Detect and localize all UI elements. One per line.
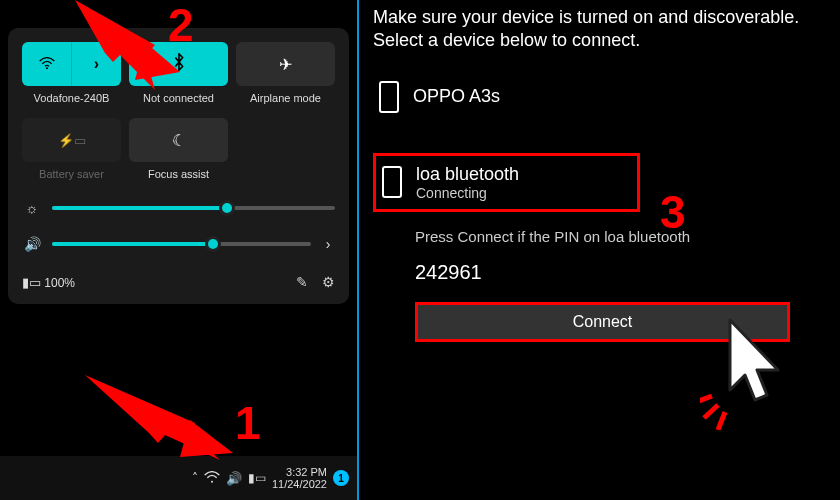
- tray-volume-icon[interactable]: 🔊: [226, 471, 242, 486]
- phone-icon: [379, 81, 399, 113]
- airplane-icon: ✈: [279, 55, 292, 74]
- tray-battery-icon[interactable]: ▮▭: [248, 471, 266, 485]
- notification-badge[interactable]: 1: [333, 470, 349, 486]
- pin-prompt: Press Connect if the PIN on loa bluetoot…: [415, 228, 830, 245]
- cursor-pointer: [700, 310, 790, 430]
- moon-icon: ☾: [172, 131, 186, 150]
- tray-clock[interactable]: 3:32 PM 11/24/2022: [272, 466, 327, 490]
- device-item-loa-bluetooth[interactable]: loa bluetooth Connecting: [373, 153, 640, 212]
- edit-icon[interactable]: ✎: [296, 274, 308, 290]
- pin-code: 242961: [415, 261, 830, 284]
- airplane-label: Airplane mode: [236, 92, 335, 104]
- chevron-right-icon[interactable]: ›: [321, 236, 335, 252]
- brightness-slider[interactable]: ☼: [22, 200, 335, 216]
- battery-saver-label: Battery saver: [22, 168, 121, 180]
- settings-icon[interactable]: ⚙: [322, 274, 335, 290]
- phone-icon: [382, 166, 402, 198]
- annotation-step-2: 2: [168, 0, 194, 52]
- battery-saver-tile: ⚡▭: [22, 118, 121, 162]
- volume-slider[interactable]: 🔊 ›: [22, 236, 335, 252]
- focus-assist-tile[interactable]: ☾: [129, 118, 228, 162]
- annotation-step-1: 1: [235, 396, 261, 450]
- red-arrow-1: [85, 365, 245, 465]
- svg-line-6: [704, 405, 718, 418]
- battery-status: ▮▭ 100%: [22, 275, 75, 290]
- svg-line-7: [718, 412, 725, 430]
- battery-icon: ▮▭: [22, 275, 41, 290]
- battery-saver-icon: ⚡▭: [58, 133, 86, 148]
- bluetooth-label: Not connected: [129, 92, 228, 104]
- instruction-text: Make sure your device is turned on and d…: [373, 6, 830, 53]
- wifi-label: Vodafone-240B: [22, 92, 121, 104]
- svg-point-1: [211, 481, 213, 483]
- tray-wifi-icon[interactable]: [204, 471, 220, 485]
- red-arrow-2: [35, 0, 185, 90]
- svg-line-8: [700, 396, 712, 402]
- device-item-oppo[interactable]: OPPO A3s: [373, 73, 830, 121]
- volume-icon: 🔊: [22, 236, 42, 252]
- tray-chevron-up-icon[interactable]: ˄: [192, 471, 198, 485]
- annotation-step-3: 3: [660, 185, 686, 239]
- airplane-tile[interactable]: ✈: [236, 42, 335, 86]
- brightness-icon: ☼: [22, 200, 42, 216]
- focus-assist-label: Focus assist: [129, 168, 228, 180]
